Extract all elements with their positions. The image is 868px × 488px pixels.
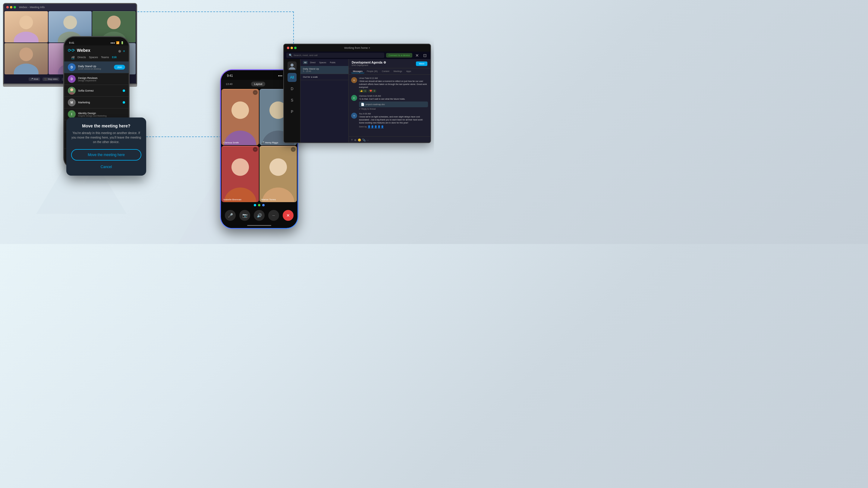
desktop-close[interactable] [287, 47, 289, 49]
search-input[interactable] [293, 54, 382, 57]
sidebar-direct[interactable]: D [287, 84, 297, 93]
layout-button[interactable]: Layout [251, 82, 265, 87]
svg-point-26 [270, 158, 287, 176]
meeting-avatar-i: I [68, 110, 76, 118]
battery-icon: 🔋 [121, 41, 124, 44]
camera-button[interactable]: 📷 [239, 210, 250, 221]
mid-tab-public[interactable]: Public [329, 61, 337, 64]
mute-button[interactable]: 🎤 Mute [29, 77, 40, 81]
nav-teams[interactable]: Teams [101, 56, 109, 59]
tab-meetings[interactable]: Meetings [392, 70, 404, 73]
video-tile-4 [4, 43, 48, 74]
desktop-sidebar: All D S P [284, 59, 301, 143]
svg-point-2 [63, 16, 77, 29]
file-icon: 📄 [361, 103, 364, 106]
phone2-home-indicator[interactable] [247, 225, 271, 226]
channel-type: ENG Deployment [352, 64, 386, 66]
sidebar-public[interactable]: P [287, 107, 297, 116]
marise-more[interactable]: ··· [291, 147, 296, 152]
svg-point-14 [70, 88, 73, 91]
mid-item-name-1: Daily Stand Up [303, 67, 346, 70]
nav-spaces[interactable]: Spaces [89, 56, 98, 59]
close-button[interactable]: ✕ [414, 53, 420, 58]
msg-content-3: You 9:30 AM I know we're on tight schedu… [359, 113, 428, 128]
status-time: 9:41 [69, 41, 74, 44]
reaction-1[interactable]: 👍 · 1 [359, 90, 367, 93]
mid-tab-all[interactable]: All [303, 61, 308, 64]
avatar-you: Y [351, 113, 357, 119]
more-button[interactable]: ··· [268, 210, 279, 221]
end-call-button[interactable]: ✕ [283, 210, 293, 221]
desktop-content: All D S P All Direct Spaces Public Daily… [284, 59, 430, 143]
mid-item-walk[interactable]: Out for a walk [301, 74, 348, 80]
clarissa-label: Clarissa Smith [223, 141, 239, 144]
titlebar-maximize[interactable] [13, 6, 16, 8]
svg-point-5 [107, 16, 121, 29]
file-name: project-roadmap.doc [366, 103, 385, 105]
indicator-3 [262, 204, 265, 206]
meeting-item-sofia[interactable]: Sofia Gomez [64, 85, 129, 97]
tab-messages[interactable]: Messages [351, 70, 364, 73]
msg-content-1: Umar Patel 8:12 AM I think we should all… [359, 77, 428, 93]
clarissa-more[interactable]: ··· [253, 90, 258, 95]
avatar-umar: U [351, 77, 357, 83]
attachment-1[interactable]: 📄 project-roadmap.doc [359, 101, 428, 107]
meeting-info-daily: Daily Stand Up 13:29 Joined on desktop [78, 65, 112, 70]
format-icon-5[interactable]: ··· [367, 138, 369, 141]
tab-apps[interactable]: Apps [404, 70, 413, 73]
expand-button[interactable]: ⊡ [422, 53, 428, 58]
nav-all[interactable]: All [71, 56, 74, 59]
indicator-1 [254, 204, 256, 206]
format-icon-1[interactable]: T [351, 138, 353, 141]
sidebar-spaces[interactable]: S [287, 96, 297, 105]
header-icon-2[interactable]: + [123, 49, 125, 53]
mid-item-dailystandup[interactable]: Daily Stand Up 5 · 13:40 [301, 66, 348, 74]
connect-device-button[interactable]: Connect to a device [386, 53, 412, 58]
desktop-main-panel: Development Agenda ⚙ ENG Deployment Meet… [349, 59, 430, 143]
move-meeting-button[interactable]: Move the meeting here [71, 149, 141, 161]
marise-label: Marise Torres [261, 198, 276, 201]
meeting-time: 13:40 [226, 83, 233, 86]
meeting-item-daily[interactable]: D Daily Stand Up 13:29 Joined on desktop… [64, 61, 129, 73]
mid-item-sub-1: 5 · 13:40 [303, 70, 346, 72]
henry-name: 🎤 Henry Riggs [261, 141, 278, 144]
header-icon-1[interactable]: ⊕ [118, 49, 121, 53]
desktop-minimize[interactable] [290, 47, 293, 49]
tab-people[interactable]: People (30) [365, 70, 379, 73]
svg-point-7 [19, 47, 33, 61]
speaker-button[interactable]: 🔊 [254, 210, 265, 221]
phone2-time: 9:41 [227, 74, 233, 77]
meeting-item-design[interactable]: D Design Reviews Design Department [64, 73, 129, 85]
meet-button[interactable]: Meet [416, 61, 427, 66]
video-tile-1 [4, 11, 48, 42]
tab-content[interactable]: Content [380, 70, 391, 73]
sidebar-all[interactable]: All [287, 73, 297, 82]
join-button[interactable]: Join [114, 65, 125, 70]
titlebar-minimize[interactable] [10, 6, 12, 8]
isabelle-label: Isabelle Brennan [223, 198, 241, 201]
sidebar-avatar [287, 61, 297, 70]
meeting-item-marketing[interactable]: M Marketing [64, 97, 129, 108]
isabelle-controls: ··· [253, 147, 258, 152]
seen-by: Seen by 👤👤👤👤👤 [359, 125, 428, 128]
desktop-middle-panel: All Direct Spaces Public Daily Stand Up … [301, 59, 349, 143]
format-icon-2[interactable]: ⊕ [354, 138, 356, 141]
message-1: U Umar Patel 8:12 AM I think we should a… [351, 77, 428, 93]
titlebar-close[interactable] [6, 6, 9, 8]
reaction-2[interactable]: ❤️ · 2 [368, 90, 376, 93]
mid-tab-direct[interactable]: Direct [309, 61, 317, 64]
sofia-badge [123, 90, 125, 92]
nav-directs[interactable]: Directs [78, 56, 86, 59]
isabelle-more[interactable]: ··· [253, 147, 258, 152]
cancel-button[interactable]: Cancel [71, 163, 141, 171]
nav-edit[interactable]: Edit [112, 56, 117, 59]
stop-video-button[interactable]: ⬛ Stop video [42, 77, 59, 81]
webex-logo: ⟳⟳ Webex [68, 48, 90, 53]
format-icon-4[interactable]: 📎 [362, 138, 366, 141]
format-icon-3[interactable]: 😊 [358, 138, 361, 141]
mic-button[interactable]: 🎤 [225, 210, 236, 221]
search-bar[interactable]: 🔍 [286, 53, 384, 58]
desktop-maximize[interactable] [294, 47, 297, 49]
mid-tab-spaces[interactable]: Spaces [318, 61, 327, 64]
reply-thread[interactable]: ↩ Reply to thread [359, 108, 428, 110]
